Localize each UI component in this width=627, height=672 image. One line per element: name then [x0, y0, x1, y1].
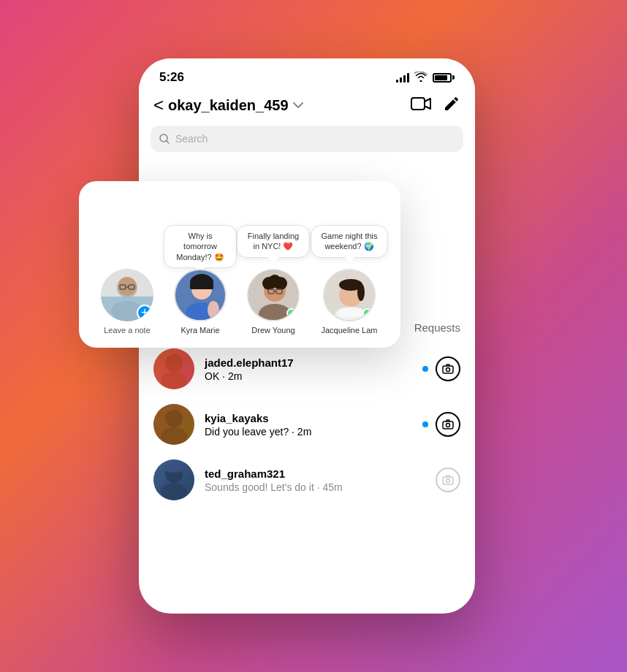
message-preview: Did you leave yet? · 2m [205, 426, 412, 438]
battery-icon [433, 73, 455, 83]
avatar [323, 269, 376, 321]
stories-row: + Leave a note Why is tomorrow Monday!? … [88, 225, 392, 335]
camera-action-button[interactable] [436, 467, 460, 492]
story-item-leave-note[interactable]: + Leave a note [98, 269, 156, 335]
search-icon [159, 134, 170, 144]
unread-dot [422, 366, 428, 372]
story-name: Jacqueline Lam [321, 326, 377, 335]
avatar: + [101, 269, 153, 321]
svg-rect-16 [164, 467, 184, 471]
camera-action-button[interactable] [436, 412, 460, 437]
avatar [174, 269, 227, 321]
svg-point-23 [118, 277, 137, 296]
svg-point-34 [208, 301, 219, 318]
table-row[interactable]: jaded.elephant17 OK · 2m [153, 341, 460, 397]
svg-rect-9 [153, 404, 194, 445]
message-username: kyia_kayaks [205, 412, 412, 424]
chevron-down-icon [293, 102, 303, 109]
avatar [153, 404, 194, 445]
message-content: kyia_kayaks Did you leave yet? · 2m [205, 412, 412, 438]
svg-rect-33 [190, 283, 213, 289]
nav-title: okay_kaiden_459 [168, 97, 289, 114]
nav-actions [411, 95, 460, 115]
wifi-icon [414, 72, 428, 84]
online-indicator [362, 308, 372, 318]
svg-rect-5 [443, 366, 453, 373]
message-username: ted_graham321 [205, 467, 412, 480]
table-row[interactable]: kyia_kayaks Did you leave yet? · 2m [153, 397, 460, 452]
story-name: Kyra Marie [180, 326, 219, 335]
story-item-kyra-marie[interactable]: Why is tomorrow Monday!? 🤩 [171, 225, 229, 335]
search-bar[interactable]: Search [151, 126, 463, 152]
signal-icon [396, 72, 409, 83]
svg-rect-10 [443, 421, 453, 429]
svg-rect-4 [153, 348, 194, 389]
message-preview: OK · 2m [205, 370, 412, 382]
add-story-button[interactable]: + [137, 305, 153, 321]
message-actions [422, 467, 460, 492]
svg-point-11 [446, 424, 450, 427]
message-actions [422, 356, 460, 381]
svg-point-18 [446, 479, 450, 483]
story-name: Leave a note [104, 326, 151, 335]
svg-rect-17 [443, 477, 453, 484]
nav-bar: < okay_kaiden_459 [139, 91, 475, 126]
svg-rect-0 [411, 98, 425, 110]
story-bubble: Why is tomorrow Monday!? 🤩 [164, 225, 237, 268]
message-actions [422, 412, 460, 437]
status-bar: 5:26 [139, 58, 475, 91]
requests-link[interactable]: Requests [414, 321, 460, 334]
svg-rect-51 [339, 308, 362, 317]
message-content: ted_graham321 Sounds good! Let's do it ·… [205, 467, 412, 493]
message-preview: Sounds good! Let's do it · 45m [205, 481, 412, 493]
search-placeholder: Search [175, 133, 208, 145]
avatar [153, 348, 194, 389]
nav-title-group: < okay_kaiden_459 [153, 95, 303, 115]
video-call-button[interactable] [411, 96, 431, 115]
avatar [153, 459, 194, 500]
avatar [247, 269, 300, 321]
floating-stories-card: + Leave a note Why is tomorrow Monday!? … [79, 181, 400, 348]
story-name: Drew Young [251, 326, 294, 335]
svg-point-6 [446, 368, 450, 372]
svg-point-41 [274, 277, 287, 290]
message-username: jaded.elephant17 [205, 356, 412, 369]
story-item-jacqueline-lam[interactable]: Game night this weekend? 🌍 [317, 225, 381, 335]
unread-dot [422, 421, 428, 427]
status-time: 5:26 [159, 70, 184, 85]
camera-action-button[interactable] [436, 356, 460, 381]
back-button[interactable]: < [153, 95, 164, 115]
story-item-drew-young[interactable]: Finally landing in NYC! ❤️ [244, 225, 303, 335]
story-bubble: Finally landing in NYC! ❤️ [237, 225, 310, 258]
table-row[interactable]: ted_graham321 Sounds good! Let's do it ·… [153, 452, 460, 508]
compose-button[interactable] [443, 95, 460, 115]
status-icons [396, 72, 455, 84]
message-content: jaded.elephant17 OK · 2m [205, 356, 412, 382]
story-bubble: Game night this weekend? 🌍 [311, 225, 388, 258]
svg-point-50 [357, 283, 365, 301]
online-indicator [286, 308, 296, 318]
